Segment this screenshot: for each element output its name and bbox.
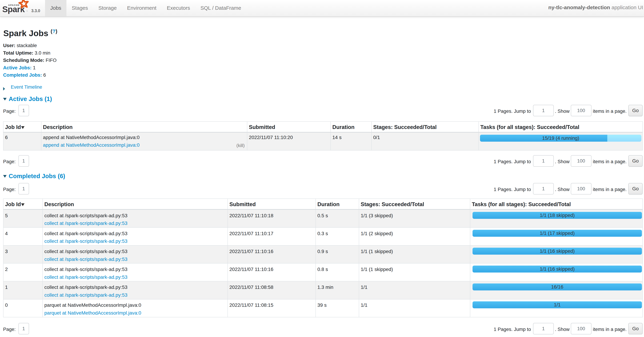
svg-text:TM: TM (26, 10, 28, 12)
